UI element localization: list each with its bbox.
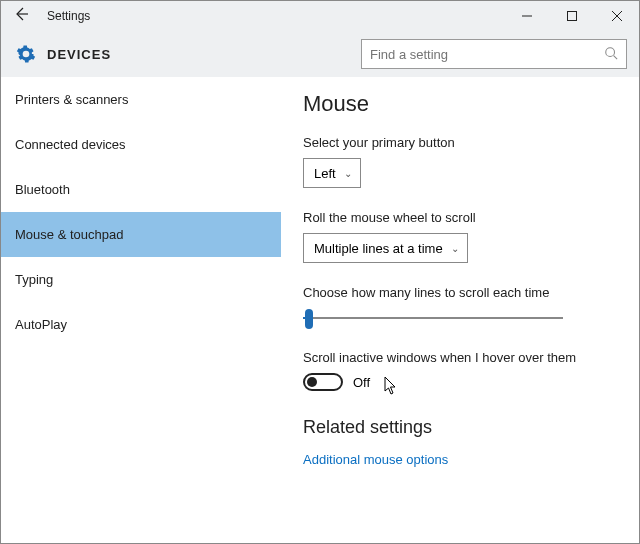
maximize-button[interactable] [549,1,594,31]
sidebar-item-bluetooth[interactable]: Bluetooth [1,167,281,212]
search-input-wrap[interactable] [361,39,627,69]
svg-point-4 [606,47,615,56]
sidebar-item-label: Bluetooth [15,182,70,197]
sidebar-item-printers[interactable]: Printers & scanners [1,77,281,122]
hover-scroll-label: Scroll inactive windows when I hover ove… [303,350,619,365]
header: DEVICES [1,31,639,77]
back-button[interactable] [1,6,41,26]
search-input[interactable] [370,47,604,62]
sidebar-item-mouse-touchpad[interactable]: Mouse & touchpad [1,212,281,257]
svg-line-5 [614,55,618,59]
svg-rect-1 [567,12,576,21]
lines-scroll-label: Choose how many lines to scroll each tim… [303,285,619,300]
sidebar-item-autoplay[interactable]: AutoPlay [1,302,281,347]
hover-scroll-toggle[interactable] [303,373,343,391]
sidebar: Printers & scanners Connected devices Bl… [1,77,281,543]
related-heading: Related settings [303,417,619,438]
slider-thumb[interactable] [305,309,313,329]
chevron-down-icon: ⌄ [344,168,352,179]
sidebar-item-label: Printers & scanners [15,92,128,107]
sidebar-item-connected-devices[interactable]: Connected devices [1,122,281,167]
titlebar: Settings [1,1,639,31]
search-icon [604,46,618,63]
sidebar-item-label: AutoPlay [15,317,67,332]
sidebar-item-label: Connected devices [15,137,126,152]
primary-button-label: Select your primary button [303,135,619,150]
content: Mouse Select your primary button Left ⌄ … [281,77,639,543]
select-value: Multiple lines at a time [314,241,443,256]
sidebar-item-typing[interactable]: Typing [1,257,281,302]
gear-icon [15,43,37,65]
section-title: DEVICES [47,47,111,62]
lines-scroll-slider[interactable] [303,308,563,328]
wheel-scroll-select[interactable]: Multiple lines at a time ⌄ [303,233,468,263]
sidebar-item-label: Typing [15,272,53,287]
window-title: Settings [47,9,90,23]
close-button[interactable] [594,1,639,31]
toggle-state-text: Off [353,375,370,390]
sidebar-item-label: Mouse & touchpad [15,227,123,242]
wheel-scroll-label: Roll the mouse wheel to scroll [303,210,619,225]
select-value: Left [314,166,336,181]
slider-track [303,317,563,319]
page-title: Mouse [303,91,619,117]
toggle-knob [307,377,317,387]
minimize-button[interactable] [504,1,549,31]
additional-mouse-options-link[interactable]: Additional mouse options [303,452,619,467]
chevron-down-icon: ⌄ [451,243,459,254]
primary-button-select[interactable]: Left ⌄ [303,158,361,188]
